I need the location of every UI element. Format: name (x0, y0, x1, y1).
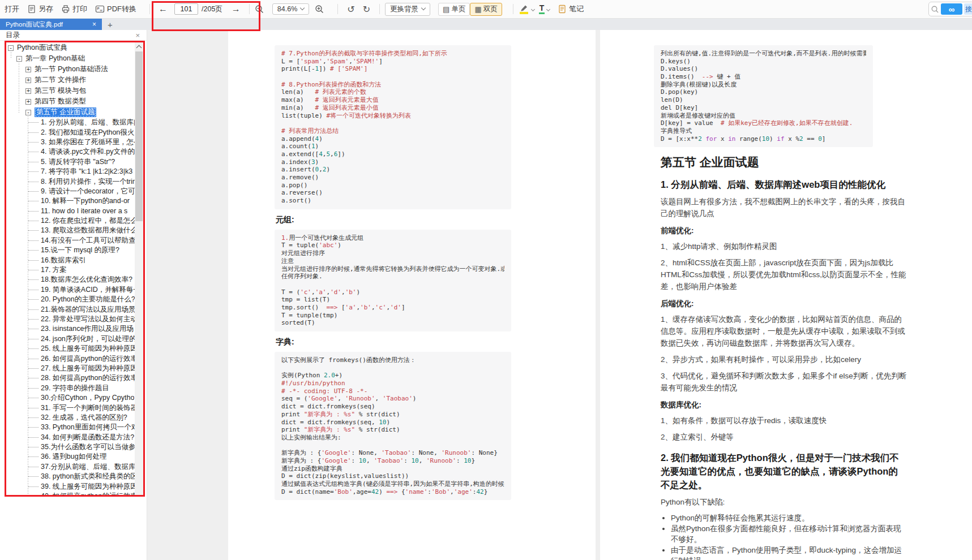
toc-item-label: 4. 请谈谈.pyc文件和.py文件的 (41, 147, 135, 157)
toc-item[interactable]: 35.为什么函数名字可以当做参 (6, 442, 135, 452)
page-number-input[interactable] (174, 3, 198, 15)
change-background-select[interactable]: 更换背景 (385, 3, 430, 16)
scrollbar-thumb[interactable] (135, 51, 143, 221)
rotate-right-button[interactable]: ↻ (359, 4, 374, 15)
toc-item[interactable]: 39. 线上服务可能因为种种原因 (6, 481, 135, 491)
toc-item[interactable]: 38. python新式类和经典类的区 (6, 472, 135, 481)
highlighter-button[interactable] (520, 5, 528, 14)
collapse-icon[interactable]: - (16, 56, 22, 62)
toc-scrollbar[interactable] (135, 42, 143, 495)
toc-item[interactable]: -第五节 企业面试题 (6, 107, 135, 118)
expand-icon[interactable]: + (25, 67, 31, 72)
toc-item[interactable]: 14.有没有一个工具可以帮助查 (6, 236, 135, 245)
toc-item[interactable]: 31. 手写一个判断时间的装饰器 (6, 403, 135, 412)
toc-item[interactable]: 8. 利用切片操作，实现一个trim (6, 176, 135, 186)
toc-item[interactable]: 23. isinstance作用以及应用场 (6, 324, 135, 334)
toc-item[interactable]: 33. Python里面如何拷贝一个对 (6, 423, 135, 432)
toc-item-label: 第四节 数据类型 (35, 97, 86, 106)
open-button[interactable]: 打开 (5, 4, 19, 14)
toc-item[interactable]: 15.说一下 mysql 的原理? (6, 245, 135, 255)
notes-button[interactable]: 笔记 (558, 4, 584, 14)
toc-item-label: 37.分别从前端、后端、数据库 (41, 462, 135, 472)
tab-close-icon[interactable]: × (91, 20, 97, 28)
toc-item[interactable]: 17. 方案 (6, 265, 135, 275)
toc-item-label: 第一章 Python基础 (25, 54, 85, 63)
prev-page-button[interactable]: ← (155, 4, 171, 14)
pdf-convert-button[interactable]: Pw PDF转换 (95, 4, 136, 14)
search-box[interactable]: ∞ 接 (928, 2, 972, 16)
toc-item-label: 35.为什么函数名字可以当做参 (41, 442, 135, 452)
toc-item[interactable]: +第二节 文件操作 (6, 75, 135, 85)
zoom-level-select[interactable]: 84.6% (272, 3, 309, 15)
toolbar-separator (149, 4, 150, 14)
toc-item[interactable]: -第一章 Python基础 (6, 53, 135, 64)
toc-item[interactable]: 40. 如何提高python的运行效率 (6, 492, 135, 495)
document-tab[interactable]: Python面试宝典.pdf × (0, 19, 102, 30)
toc-item-label: 17. 方案 (41, 265, 67, 275)
toc-item[interactable]: 18.数据库怎么优化查询效率? (6, 275, 135, 285)
single-page-button[interactable]: ▤ 单页 (438, 3, 470, 16)
new-tab-button[interactable]: + (102, 19, 118, 30)
zoom-in-button[interactable] (315, 5, 324, 14)
bold-label: 数据库优化: (661, 400, 907, 410)
chevron-down-icon[interactable] (546, 7, 550, 11)
toc-item[interactable]: 9. 请设计一个decorator，它可 (6, 187, 135, 196)
toc-item-label: 27. 线上服务可能因为种种原因 (41, 364, 135, 373)
toc-item[interactable]: 24. json序列化时，可以处理的 (6, 334, 135, 344)
zoom-out-button[interactable] (255, 5, 264, 14)
toc-item[interactable]: 7. 将字符串 "k:1 |k1:2|k2:3|k3 (6, 167, 135, 176)
toc-item[interactable]: 34. 如何判断是函数还是方法? (6, 433, 135, 442)
text-tool-button[interactable]: T (539, 4, 545, 14)
toc-item[interactable]: 29. 字符串的操作题目 (6, 384, 135, 393)
toc-item[interactable]: 27. 线上服务可能因为种种原因 (6, 364, 135, 373)
toc-item[interactable]: 21.装饰器的写法以及应用场景 (6, 304, 135, 314)
toc-item[interactable]: 3. 如果你困在了死循环里，怎么 (6, 137, 135, 147)
next-page-button[interactable]: → (228, 4, 244, 14)
toc-item[interactable]: 2. 我们都知道现在Python很火 (6, 127, 135, 137)
chevron-down-icon[interactable] (531, 7, 535, 11)
expand-icon[interactable]: + (25, 99, 31, 105)
toc-item[interactable]: 20. Python的主要功能是什么? (6, 295, 135, 304)
expand-icon[interactable]: + (25, 88, 31, 94)
print-button[interactable]: 打印 (61, 4, 87, 14)
expand-icon[interactable]: + (25, 77, 31, 83)
toc-item[interactable]: 5. 请反转字符串 "aStr"? (6, 157, 135, 167)
toc-item[interactable]: +第三节 模块与包 (6, 85, 135, 96)
toc-item[interactable]: 30.介绍Cython，Pypy Cpytho (6, 393, 135, 403)
toc-item[interactable]: 13. 爬取这些数据都用来做什么 (6, 226, 135, 235)
toc-item[interactable]: 1. 分别从前端、后端、数据库阐 (6, 118, 135, 127)
toc-item[interactable]: 19. 简单谈谈ACID，并解释每一 (6, 285, 135, 295)
toc-item[interactable]: 26. 如何提高python的运行效率 (6, 354, 135, 363)
toc-item[interactable]: 22. 异常处理写法以及如何主动 (6, 315, 135, 324)
toc-item[interactable]: 10. 解释一下python的and-or (6, 196, 135, 206)
toc-item[interactable]: +第四节 数据类型 (6, 96, 135, 107)
collapse-icon[interactable]: - (25, 110, 31, 115)
toc-item[interactable]: +第一节 Python基础语法 (6, 64, 135, 75)
paragraph: 1、缓存存储读写次数高，变化少的数据，比如网站首页的信息、商品的信息等。应用程序… (661, 313, 907, 349)
paragraph: 2、html和CSS放在页面上部，javascript放在页面下面，因为js加载… (661, 257, 907, 292)
toc-item[interactable]: 28. 如何提高python的运行效率 (6, 373, 135, 383)
toc-item[interactable]: 16.数据库索引 (6, 255, 135, 265)
rotate-left-button[interactable]: ↺ (343, 4, 358, 15)
toc-item[interactable]: 37.分别从前端、后端、数据库 (6, 462, 135, 472)
infinity-button[interactable]: ∞ (941, 3, 962, 15)
open-label: 打开 (5, 4, 19, 14)
toc-item[interactable]: -Python面试宝典 (6, 42, 135, 53)
toc-item-label: 16.数据库索引 (41, 256, 86, 265)
toc-item[interactable]: 32. 生成器，迭代器的区别? (6, 413, 135, 423)
toc-item[interactable]: 4. 请谈谈.pyc文件和.py文件的 (6, 147, 135, 157)
page-view-toggle: ▤ 单页 ▦ 双页 (438, 3, 502, 16)
bold-label: 前端优化: (661, 226, 907, 236)
toc-item-label: 18.数据库怎么优化查询效率? (41, 275, 132, 285)
section-heading: 第五节 企业面试题 (661, 155, 907, 170)
double-page-button[interactable]: ▦ 双页 (470, 3, 502, 16)
save-as-button[interactable]: 另存 (27, 4, 53, 14)
collapse-icon[interactable]: - (8, 45, 14, 51)
toc-item[interactable]: 25. 线上服务可能因为种种原因 (6, 344, 135, 354)
toc-item[interactable]: 12. 你在爬虫过程中，都是怎么 (6, 216, 135, 226)
paragraph: 2、建立索引、外键等 (661, 431, 907, 443)
scrollbar-up-arrow-icon[interactable] (135, 42, 143, 51)
sidebar-close-icon[interactable]: × (135, 31, 140, 40)
toc-item[interactable]: 36. 遇到bug如何处理 (6, 452, 135, 462)
toc-item[interactable]: 11. how do I iterate over a s (6, 206, 135, 216)
